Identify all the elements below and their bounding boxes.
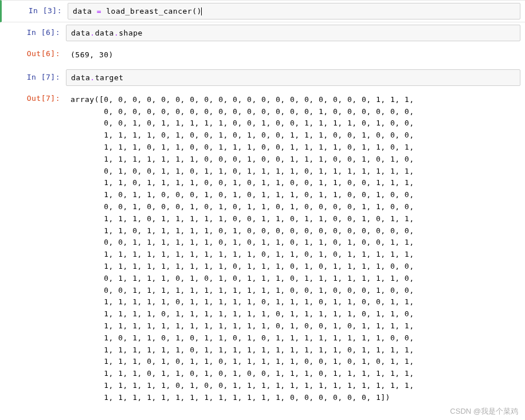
text-cursor [201,7,202,15]
code-input-6[interactable]: data.data.shape [66,25,520,41]
code-input-3[interactable]: data = load_breast_cancer() [68,3,520,19]
code-cell-3[interactable]: In [3]: data = load_breast_cancer() [0,0,525,22]
prompt-in-6: In [6]: [0,25,66,41]
prompt-in-3: In [3]: [2,3,68,19]
prompt-out-7: Out[7]: [0,91,66,407]
code-line: data = load_breast_cancer() [73,7,202,15]
prompt-out-6: Out[6]: [0,46,66,65]
output-cell-7: Out[7]: array([0, 0, 0, 0, 0, 0, 0, 0, 0… [0,88,525,410]
output-cell-6: Out[6]: (569, 30) [0,44,525,67]
code-input-7[interactable]: data.target [66,69,520,86]
code-line: data.data.shape [71,29,143,37]
code-cell-7[interactable]: In [7]: data.target [0,67,525,88]
prompt-in-7: In [7]: [0,69,66,86]
output-text-7: array([0, 0, 0, 0, 0, 0, 0, 0, 0, 0, 0, … [66,91,525,407]
code-cell-6[interactable]: In [6]: data.data.shape [0,22,525,44]
code-line: data.target [71,73,124,82]
output-text-6: (569, 30) [66,46,525,65]
